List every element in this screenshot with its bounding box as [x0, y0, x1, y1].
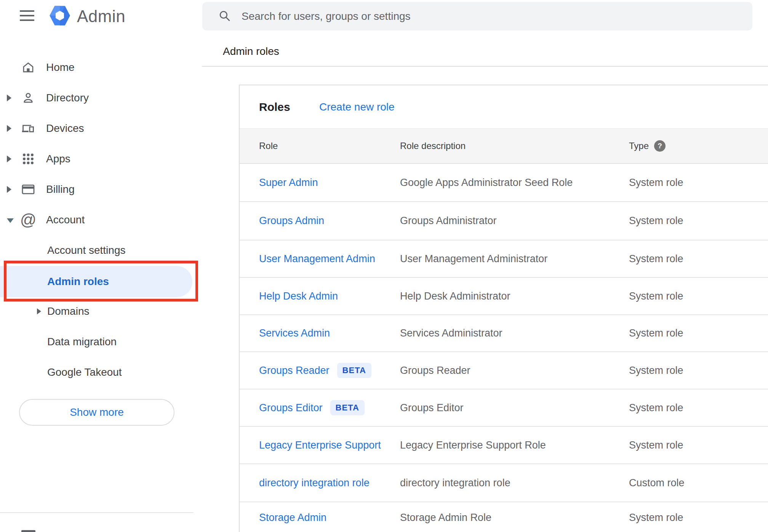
search-icon: [218, 9, 231, 24]
column-header-role-description: Role description: [400, 129, 466, 163]
beta-badge: BETA: [337, 363, 371, 378]
expand-caret-icon[interactable]: [7, 155, 11, 162]
role-link[interactable]: Groups Admin: [259, 215, 324, 227]
apps-grid-icon: [21, 152, 35, 166]
expand-caret-icon[interactable]: [7, 125, 11, 132]
expand-caret-icon[interactable]: [7, 95, 11, 101]
sidebar: Admin Home Directory: [0, 0, 196, 532]
hamburger-menu-icon[interactable]: [20, 10, 34, 22]
role-link[interactable]: Legacy Enterprise Support: [259, 439, 381, 451]
help-icon[interactable]: ?: [654, 140, 666, 152]
role-type: System role: [629, 164, 683, 201]
role-description: directory integration role: [400, 464, 510, 502]
role-link[interactable]: Super Admin: [259, 177, 318, 189]
sidebar-item-home[interactable]: Home: [0, 52, 196, 83]
table-row: Groups Admin Groups Administrator System…: [240, 202, 768, 240]
brand-name: Admin: [77, 7, 125, 26]
sidebar-item-google-takeout[interactable]: Google Takeout: [0, 357, 196, 388]
show-more-button[interactable]: Show more: [19, 399, 174, 426]
admin-logo-icon: [49, 5, 71, 28]
search-input[interactable]: [242, 10, 752, 22]
roles-card: Roles Create new role Role Role descript…: [239, 85, 768, 532]
sidebar-item-billing[interactable]: Billing: [0, 174, 196, 205]
role-type: System role: [629, 427, 683, 463]
table-row: Services Admin Services Administrator Sy…: [240, 315, 768, 352]
header-divider: [202, 66, 768, 67]
table-row: Groups Editor BETA Groups Editor System …: [240, 389, 768, 427]
sidebar-item-label: Billing: [46, 183, 75, 195]
table-row: Groups Reader BETA Groups Reader System …: [240, 352, 768, 389]
role-link[interactable]: Storage Admin: [259, 512, 326, 524]
roles-title: Roles: [259, 85, 290, 128]
brand[interactable]: Admin: [49, 5, 125, 28]
sidebar-item-domains[interactable]: Domains: [0, 296, 196, 327]
column-header-role: Role: [259, 129, 278, 163]
role-type: System role: [629, 315, 683, 351]
table-row: Help Desk Admin Help Desk Administrator …: [240, 278, 768, 315]
table-header-row: Role Role description Type ?: [240, 128, 768, 164]
role-type: System role: [629, 352, 683, 389]
sidebar-item-label: Data migration: [47, 336, 117, 348]
create-new-role-link[interactable]: Create new role: [319, 85, 395, 128]
role-description: User Management Administrator: [400, 240, 547, 277]
home-icon: [21, 60, 35, 75]
expand-caret-icon[interactable]: [37, 308, 41, 314]
role-description: Services Administrator: [400, 315, 502, 351]
table-row: Super Admin Google Apps Administrator Se…: [240, 164, 768, 202]
role-type: System role: [629, 240, 683, 277]
role-link[interactable]: Groups Editor: [259, 402, 323, 414]
role-description: Groups Administrator: [400, 202, 497, 240]
role-description: Help Desk Administrator: [400, 278, 510, 314]
role-type: Custom role: [629, 464, 685, 502]
sidebar-item-account-settings[interactable]: Account settings: [0, 235, 196, 266]
table-row: Storage Admin Storage Admin Role System …: [240, 502, 768, 532]
expand-caret-icon[interactable]: [7, 186, 11, 193]
role-type: System role: [629, 389, 683, 426]
role-type: System role: [629, 502, 683, 532]
sidebar-item-devices[interactable]: Devices: [0, 113, 196, 144]
column-header-type: Type: [629, 129, 649, 163]
role-description: Groups Editor: [400, 389, 464, 426]
admin-console: Admin Home Directory: [0, 0, 768, 532]
search-bar[interactable]: [202, 2, 752, 30]
sidebar-item-label: Admin roles: [47, 276, 109, 288]
sidebar-item-data-migration[interactable]: Data migration: [0, 327, 196, 357]
sidebar-item-label: Directory: [46, 92, 89, 104]
sidebar-item-admin-roles[interactable]: Admin roles: [0, 266, 192, 297]
sidebar-item-label: Google Takeout: [47, 366, 122, 378]
table-row: User Management Admin User Management Ad…: [240, 240, 768, 278]
role-type: System role: [629, 278, 683, 314]
beta-badge: BETA: [330, 400, 365, 415]
devices-icon: [21, 121, 35, 136]
sidebar-item-label: Account: [46, 214, 85, 226]
table-row: directory integration role directory int…: [240, 464, 768, 502]
role-link[interactable]: Help Desk Admin: [259, 290, 338, 302]
role-description: Groups Reader: [400, 352, 470, 389]
credit-card-icon: [21, 182, 35, 197]
sidebar-item-label: Devices: [46, 122, 84, 135]
sidebar-item-apps[interactable]: Apps: [0, 144, 196, 174]
role-link[interactable]: Services Admin: [259, 327, 330, 339]
sidebar-item-label: Apps: [46, 153, 70, 165]
sidebar-item-label: Domains: [47, 305, 89, 317]
role-type: System role: [629, 202, 683, 240]
partial-bottom-icon: [21, 530, 35, 532]
role-description: Google Apps Administrator Seed Role: [400, 164, 573, 201]
show-more-label: Show more: [70, 406, 124, 418]
role-link[interactable]: Groups Reader: [259, 365, 330, 377]
sidebar-item-label: Account settings: [47, 244, 125, 256]
role-description: Legacy Enterprise Support Role: [400, 427, 546, 463]
person-icon: [21, 91, 35, 105]
collapse-caret-icon[interactable]: [7, 218, 14, 223]
at-sign-icon: @: [21, 213, 35, 227]
breadcrumb: Admin roles: [223, 45, 279, 58]
table-row: Legacy Enterprise Support Legacy Enterpr…: [240, 427, 768, 464]
sidebar-item-directory[interactable]: Directory: [0, 83, 196, 113]
roles-card-header: Roles Create new role: [240, 85, 768, 128]
sidebar-item-label: Home: [46, 61, 75, 74]
role-description: Storage Admin Role: [400, 502, 491, 532]
sidebar-item-account[interactable]: @ Account: [0, 205, 196, 235]
sidebar-divider: [0, 512, 194, 513]
role-link[interactable]: User Management Admin: [259, 253, 375, 265]
role-link[interactable]: directory integration role: [259, 477, 370, 489]
